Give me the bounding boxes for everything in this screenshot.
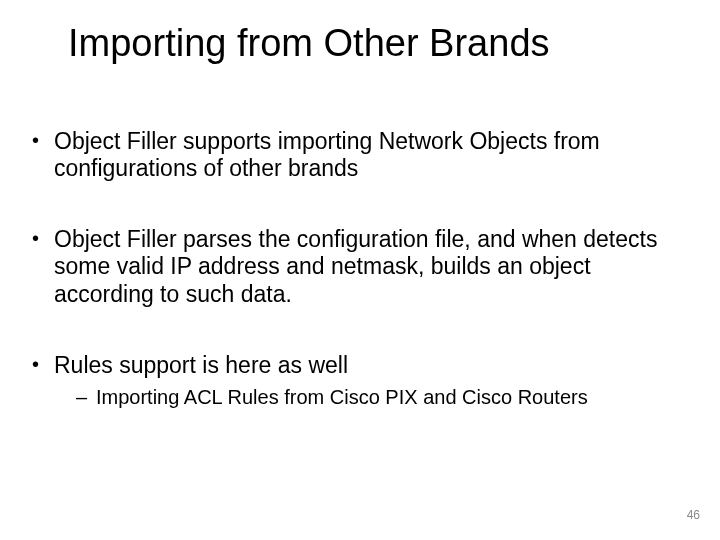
bullet-text: Rules support is here as well (54, 352, 348, 378)
slide-title: Importing from Other Brands (68, 22, 550, 65)
page-number: 46 (687, 508, 700, 522)
slide: Importing from Other Brands Object Fille… (0, 0, 720, 540)
bullet-list: Object Filler supports importing Network… (24, 128, 690, 409)
bullet-item: Object Filler supports importing Network… (24, 128, 690, 182)
sub-bullet-item: Importing ACL Rules from Cisco PIX and C… (54, 385, 690, 409)
sub-bullet-list: Importing ACL Rules from Cisco PIX and C… (54, 385, 690, 409)
bullet-item: Rules support is here as well Importing … (24, 352, 690, 409)
sub-bullet-text: Importing ACL Rules from Cisco PIX and C… (96, 386, 588, 408)
slide-body: Object Filler supports importing Network… (24, 128, 690, 409)
bullet-item: Object Filler parses the configuration f… (24, 226, 690, 307)
bullet-text: Object Filler supports importing Network… (54, 128, 600, 181)
bullet-text: Object Filler parses the configuration f… (54, 226, 657, 306)
